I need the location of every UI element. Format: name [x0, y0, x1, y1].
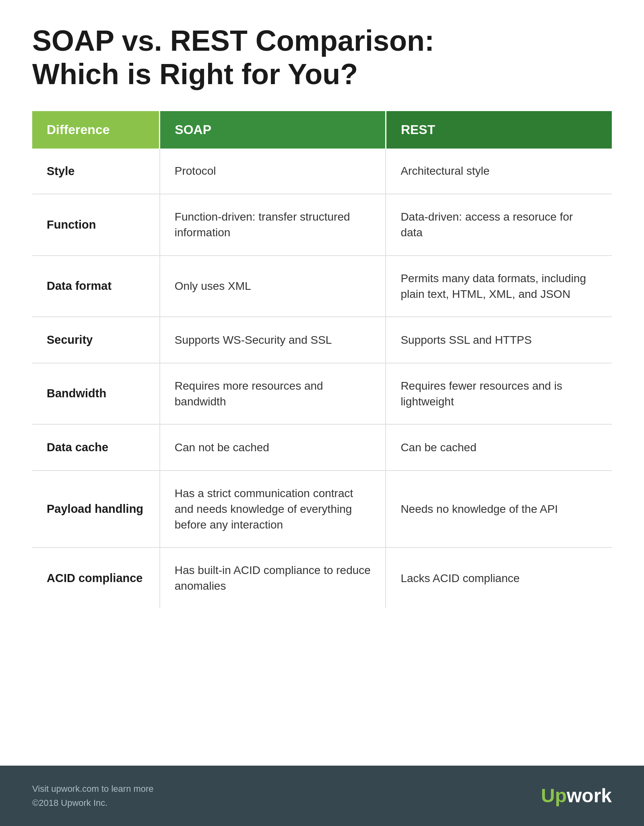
page-title: SOAP vs. REST Comparison: Which is Right…	[32, 24, 612, 91]
header-rest: REST	[386, 111, 612, 149]
footer: Visit upwork.com to learn more ©2018 Upw…	[0, 766, 644, 826]
cell-soap: Can not be cached	[160, 424, 386, 471]
footer-text: Visit upwork.com to learn more ©2018 Upw…	[32, 782, 154, 810]
comparison-table: Difference SOAP REST StyleProtocolArchit…	[32, 111, 612, 609]
cell-difference: Bandwidth	[32, 363, 160, 424]
cell-rest: Data-driven: access a resoruce for data	[386, 194, 612, 255]
cell-soap: Protocol	[160, 149, 386, 194]
cell-rest: Can be cached	[386, 424, 612, 471]
header-difference: Difference	[32, 111, 160, 149]
table-row: Data cacheCan not be cachedCan be cached	[32, 424, 612, 471]
main-content: SOAP vs. REST Comparison: Which is Right…	[0, 0, 644, 766]
cell-soap: Requires more resources and bandwidth	[160, 363, 386, 424]
cell-difference: Data cache	[32, 424, 160, 471]
table-row: SecuritySupports WS-Security and SSLSupp…	[32, 317, 612, 363]
cell-rest: Lacks ACID compliance	[386, 547, 612, 608]
table-row: Payload handlingHas a strict communicati…	[32, 471, 612, 548]
cell-rest: Permits many data formats, including pla…	[386, 256, 612, 317]
cell-soap: Function-driven: transfer structured inf…	[160, 194, 386, 255]
cell-difference: Function	[32, 194, 160, 255]
cell-rest: Needs no knowledge of the API	[386, 471, 612, 548]
header-soap: SOAP	[160, 111, 386, 149]
table-row: StyleProtocolArchitectural style	[32, 149, 612, 194]
cell-difference: Security	[32, 317, 160, 363]
cell-rest: Supports SSL and HTTPS	[386, 317, 612, 363]
cell-rest: Requires fewer resources and is lightwei…	[386, 363, 612, 424]
table-row: FunctionFunction-driven: transfer struct…	[32, 194, 612, 255]
footer-logo: Upwork	[541, 785, 612, 807]
cell-difference: ACID compliance	[32, 547, 160, 608]
cell-difference: Payload handling	[32, 471, 160, 548]
table-row: BandwidthRequires more resources and ban…	[32, 363, 612, 424]
table-row: ACID complianceHas built-in ACID complia…	[32, 547, 612, 608]
cell-soap: Supports WS-Security and SSL	[160, 317, 386, 363]
table-row: Data formatOnly uses XMLPermits many dat…	[32, 256, 612, 317]
cell-difference: Data format	[32, 256, 160, 317]
logo-work-text: work	[567, 785, 612, 807]
cell-soap: Only uses XML	[160, 256, 386, 317]
cell-difference: Style	[32, 149, 160, 194]
table-header-row: Difference SOAP REST	[32, 111, 612, 149]
logo-up-text: Up	[541, 785, 567, 807]
cell-soap: Has built-in ACID compliance to reduce a…	[160, 547, 386, 608]
cell-rest: Architectural style	[386, 149, 612, 194]
cell-soap: Has a strict communication contract and …	[160, 471, 386, 548]
